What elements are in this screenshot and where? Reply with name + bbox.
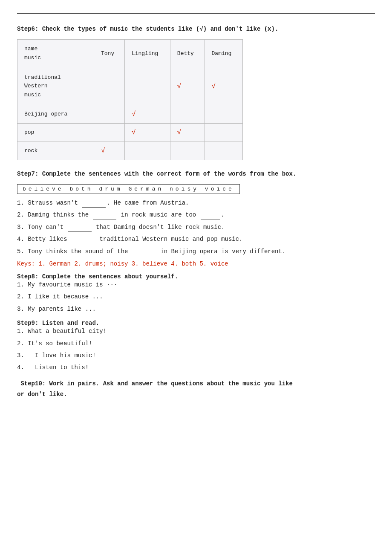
blank	[133, 256, 156, 256]
cell-betty-traditional: √	[170, 68, 205, 105]
list-item: 4. Listen to this!	[17, 363, 375, 372]
list-item: 1. My favourite music is ···	[17, 280, 375, 289]
blank	[68, 231, 92, 232]
step6-section: Step6: Check the types of music the stud…	[17, 26, 375, 160]
cell-lingling-pop: √	[124, 123, 170, 142]
list-item: 2. I like it because ...	[17, 292, 375, 301]
blank	[82, 207, 106, 208]
step6-header: Step6: Check the types of music the stud…	[17, 26, 375, 32]
blank	[93, 220, 116, 220]
step10-text: Step10: Work in pairs. Ask and answer th…	[17, 379, 375, 400]
cell-daming-traditional: √	[205, 68, 242, 105]
cell-daming-rock	[205, 142, 242, 160]
blank	[201, 220, 220, 220]
table-row: rock √	[17, 142, 243, 160]
cell-lingling-traditional	[124, 68, 170, 105]
cell-tony-beijing	[94, 105, 125, 123]
step7-header: Step7: Complete the sentences with the c…	[17, 171, 375, 177]
header-daming: Daming	[205, 40, 242, 68]
word-box: believe both drum German noisy voice	[17, 184, 240, 194]
cell-betty-beijing	[170, 105, 205, 123]
row-label-traditional: traditional Westernmusic	[17, 68, 94, 105]
list-item: 5. Tony thinks the sound of the in Beiji…	[17, 247, 375, 256]
keys-line: Keys: 1. German 2. drums; noisy 3. belie…	[17, 260, 375, 267]
step8-header: Step8: Complete the sentences about your…	[17, 273, 375, 280]
checkmark: √	[132, 129, 136, 136]
header-betty: Betty	[170, 40, 205, 68]
step7-sentence-list: 1. Strauss wasn't . He came from Austria…	[17, 198, 375, 256]
list-item: 2. Daming thinks the in rock music are t…	[17, 210, 375, 220]
cell-lingling-beijing: √	[124, 105, 170, 123]
list-item: 2. It's so beautiful!	[17, 339, 375, 348]
table-row: traditional Westernmusic √ √	[17, 68, 243, 105]
step9-section: Step9: Listen and read. 1. What a beauti…	[17, 320, 375, 373]
cell-tony-rock: √	[94, 142, 125, 160]
list-item: 3. Tony can't that Daming doesn't like r…	[17, 223, 375, 232]
table-row: pop √ √	[17, 123, 243, 142]
header-lingling: Lingling	[124, 40, 170, 68]
step9-list: 1. What a beautiful city! 2. It's so bea…	[17, 327, 375, 373]
list-item: 1. What a beautiful city!	[17, 327, 375, 336]
step9-header: Step9: Listen and read.	[17, 320, 375, 327]
checkmark: √	[101, 147, 105, 155]
header-tony: Tony	[94, 40, 125, 68]
list-item: 1. Strauss wasn't . He came from Austria…	[17, 198, 375, 208]
cell-betty-rock	[170, 142, 205, 160]
list-item: 3. I love his music!	[17, 351, 375, 360]
cell-daming-pop	[205, 123, 242, 142]
table-row: Beijing opera √	[17, 105, 243, 123]
row-label-rock: rock	[17, 142, 94, 160]
cell-tony-pop	[94, 123, 125, 142]
step8-section: Step8: Complete the sentences about your…	[17, 273, 375, 314]
row-label-pop: pop	[17, 123, 94, 142]
row-label-beijing-opera: Beijing opera	[17, 105, 94, 123]
blank	[72, 244, 95, 244]
checkmark: √	[132, 110, 136, 118]
cell-lingling-rock	[124, 142, 170, 160]
list-item: 4. Betty likes traditional Western music…	[17, 234, 375, 244]
step8-list: 1. My favourite music is ··· 2. I like i…	[17, 280, 375, 314]
header-name-music: namemusic	[17, 40, 94, 68]
music-table: namemusic Tony Lingling Betty Daming tra…	[17, 39, 243, 160]
step10-section: Step10: Work in pairs. Ask and answer th…	[17, 379, 375, 400]
checkmark: √	[177, 129, 182, 136]
top-border	[17, 13, 375, 14]
cell-betty-pop: √	[170, 123, 205, 142]
cell-tony-traditional	[94, 68, 125, 105]
cell-daming-beijing	[205, 105, 242, 123]
checkmark: √	[177, 83, 182, 90]
step7-section: Step7: Complete the sentences with the c…	[17, 171, 375, 267]
checkmark: √	[212, 83, 216, 90]
list-item: 3. My parents like ...	[17, 304, 375, 314]
table-header-row: namemusic Tony Lingling Betty Daming	[17, 40, 243, 68]
